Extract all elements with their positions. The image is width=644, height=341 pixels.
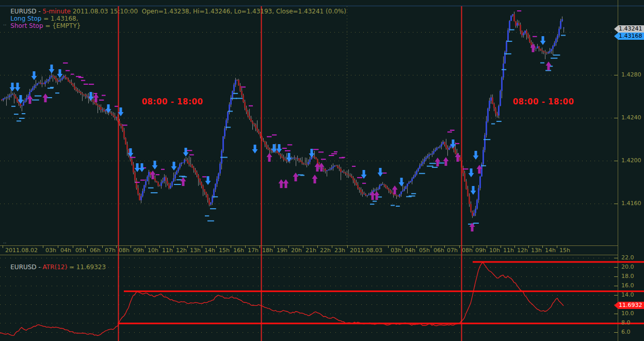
time-axis-label: 15h [559, 247, 570, 254]
time-axis-label: 17h [248, 247, 259, 254]
buy-signal-arrow-icon [370, 191, 376, 200]
time-axis-label: 08h [119, 247, 130, 254]
price-axis-label: 1.4240 [621, 115, 641, 121]
time-axis-label: 13h [531, 247, 542, 254]
buy-signal-arrow-icon [267, 153, 272, 162]
time-axis-label: 21h [305, 247, 316, 254]
time-axis-label: 11h [503, 247, 514, 254]
time-axis-label: 20h [291, 247, 302, 254]
sell-signal-arrow-icon [49, 65, 55, 73]
atr-value-label: = 11.69323 [67, 264, 106, 271]
time-axis-label: 06h [433, 247, 444, 254]
time-axis-label: 12h [517, 247, 528, 254]
chart-canvas[interactable] [0, 0, 644, 341]
sell-signal-arrow-icon [205, 176, 211, 185]
sell-signal-arrow-icon [252, 145, 258, 153]
sell-signal-arrow-icon [31, 71, 37, 80]
price-axis-label: 1.4200 [621, 158, 641, 164]
sell-signal-arrow-icon [183, 148, 189, 157]
chart-header-line3: Short Stop = {EMPTY} [3, 15, 81, 37]
buy-signal-arrow-icon [392, 185, 398, 194]
atr-axis-label: 22.0 [621, 255, 634, 261]
time-axis-label: 10h [148, 247, 158, 254]
price-axis-label: 1.4160 [621, 200, 641, 207]
buy-signal-arrow-icon [283, 179, 289, 188]
time-axis-label: 10h [489, 247, 500, 254]
time-axis-label: 13h [190, 247, 201, 254]
time-axis-label: 04h [60, 247, 71, 254]
time-axis-label: 06h [90, 247, 101, 254]
time-axis-label: 03h [391, 247, 401, 254]
buy-signal-arrow-icon [293, 173, 299, 181]
time-axis-label: 09h [133, 247, 144, 254]
buy-signal-arrow-icon [443, 157, 449, 166]
long-stop-badge: 1.43168 [614, 33, 644, 40]
sell-signal-arrow-icon [471, 186, 476, 195]
atr-axis-label: 20.0 [621, 264, 634, 270]
session-hours-label: 08:00 - 18:00 [142, 97, 203, 106]
price-axis-label: 1.4280 [621, 72, 641, 78]
atr-axis-label: 14.0 [621, 292, 634, 298]
buy-signal-arrow-icon [93, 94, 99, 102]
buy-signal-arrow-icon [181, 177, 186, 186]
buy-signal-arrow-icon [435, 158, 441, 166]
sell-signal-arrow-icon [171, 162, 177, 171]
time-axis-label: 04h [405, 247, 415, 254]
overlay-dots: .. [3, 240, 6, 244]
atr-axis-label: 6.0 [621, 329, 631, 335]
atr-axis-label: 8.0 [621, 320, 631, 326]
atr-panel-title: EURUSD - ATR(12) = 11.69323 [3, 256, 106, 278]
time-axis-label: 23h [334, 247, 345, 254]
time-axis-label: 08h [462, 247, 473, 254]
time-axis-label: 14h [204, 247, 215, 254]
time-axis-label: 2011.08.02 [5, 247, 38, 254]
overlay-dots: .. [3, 22, 6, 26]
time-axis-label: 15h [219, 247, 230, 254]
session-hours-label: 08:00 - 18:00 [513, 97, 574, 106]
time-axis-label: 22h [320, 247, 331, 254]
time-axis-label: 12h [176, 247, 187, 254]
atr-symbol-label: EURUSD - [10, 264, 42, 271]
sell-signal-arrow-icon [57, 69, 63, 78]
time-axis-label: 07h [105, 247, 116, 254]
buy-signal-arrow-icon [279, 179, 284, 188]
sell-signal-arrow-icon [10, 83, 15, 91]
buy-signal-arrow-icon [150, 171, 156, 179]
sell-signal-arrow-icon [540, 36, 546, 45]
short-stop-label: Short Stop [10, 22, 43, 29]
atr-indicator-label: ATR(12) [43, 264, 68, 271]
time-axis-label: 11h [162, 247, 173, 254]
atr-axis-label: 10.0 [621, 311, 634, 317]
sell-signal-arrow-icon [378, 168, 383, 177]
trading-chart-window: EURUSD - 5-minute 2011.08.03 15:10:00 Op… [0, 0, 644, 341]
buy-signal-arrow-icon [374, 191, 380, 200]
time-axis-label: 14h [545, 247, 556, 254]
sell-signal-arrow-icon [135, 163, 140, 172]
short-stop-value: = {EMPTY} [43, 22, 81, 29]
ohlc-readout: 2011.08.03 15:10:00 Open=1.43238, Hi=1.4… [71, 8, 346, 15]
atr-axis-label: 16.0 [621, 283, 634, 289]
sell-signal-arrow-icon [15, 83, 21, 91]
time-axis-label: 03h [45, 247, 56, 254]
time-axis-label: 18h [262, 247, 273, 254]
atr-axis-label: 18.0 [621, 273, 634, 280]
time-axis-label: 09h [475, 247, 486, 254]
time-axis-label: 19h [277, 247, 287, 254]
buy-signal-arrow-icon [312, 175, 318, 183]
atr-value-badge: 11.6932 [614, 302, 644, 309]
last-price-badge: 1.43241 [614, 25, 644, 33]
time-axis-label: 16h [233, 247, 244, 254]
time-axis-label: 07h [447, 247, 458, 254]
sell-signal-arrow-icon [469, 168, 474, 177]
sell-signal-arrow-icon [399, 178, 405, 187]
time-axis-label: 2011.08.03 [350, 247, 382, 254]
time-axis-label: 05h [419, 247, 430, 254]
time-axis-label: 05h [75, 247, 86, 254]
sell-signal-arrow-icon [152, 161, 158, 169]
sell-signal-arrow-icon [473, 151, 479, 160]
